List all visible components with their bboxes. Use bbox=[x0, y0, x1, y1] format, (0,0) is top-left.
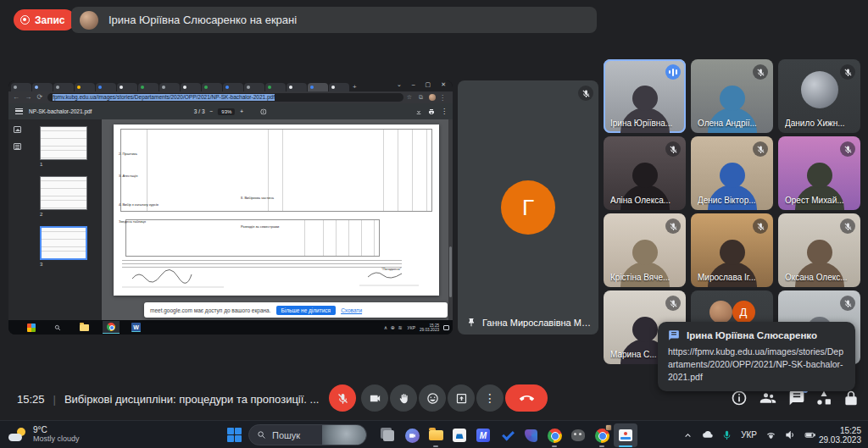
participant-name: Марина С... bbox=[610, 350, 657, 359]
gimp-icon bbox=[571, 429, 585, 441]
taskbar-office-button[interactable] bbox=[519, 423, 542, 447]
url-text: fpmv.kubg.edu.ua/images/stories/Departam… bbox=[53, 94, 275, 101]
pdf-document-area: 2. Практика3. АтестаціяII. Вибіркова час… bbox=[102, 119, 453, 320]
task-view-button[interactable] bbox=[376, 423, 400, 447]
url-field: fpmv.kubg.edu.ua/images/stories/Departam… bbox=[47, 93, 403, 102]
search-box[interactable]: Пошук bbox=[248, 424, 367, 445]
more-icon: ⋮ bbox=[484, 392, 496, 404]
nav-arrows-icon: ← → ⟳ bbox=[13, 93, 44, 102]
participant-tile[interactable]: Мирослава Іг... bbox=[691, 213, 773, 287]
pdf-menu-icon bbox=[15, 108, 23, 114]
shared-screen-tile[interactable]: +⌄ – ▢ ✕ ← → ⟳ fpmv.kubg.edu.ua/images/s… bbox=[8, 80, 453, 335]
weather-widget[interactable]: 9°C Mostly cloudy bbox=[8, 425, 80, 443]
browser-tab bbox=[117, 83, 137, 91]
participant-name: Ганна Мирославівна Ме... bbox=[482, 318, 593, 328]
clock-date: 29.03.2023 bbox=[819, 435, 861, 445]
m-app-icon: M bbox=[476, 429, 490, 442]
hide-notice-link: Сховати bbox=[341, 307, 362, 313]
participant-name: Крістіна Вяче... bbox=[610, 273, 670, 282]
pdf-content-area: 123 2. Практика3. АтестаціяII. Вибіркова… bbox=[8, 119, 453, 320]
camera-icon bbox=[369, 392, 381, 405]
participant-tile[interactable]: Ірина Юріївна... bbox=[604, 59, 686, 133]
language-indicator[interactable]: УКР bbox=[741, 430, 757, 440]
mic-off-indicator bbox=[753, 64, 768, 80]
wifi-icon[interactable] bbox=[765, 429, 776, 440]
presenter-clock-date: 29.03.2023 bbox=[420, 328, 439, 332]
participant-tile[interactable]: Крістіна Вяче... bbox=[604, 213, 686, 287]
taskbar-meet-button[interactable] bbox=[400, 423, 424, 447]
chrome-icon bbox=[548, 429, 562, 443]
presenter-language: УКР bbox=[408, 325, 415, 330]
mic-off-indicator bbox=[665, 218, 681, 234]
pin-icon bbox=[466, 318, 476, 328]
host-controls-button[interactable] bbox=[843, 390, 861, 408]
onedrive-icon[interactable] bbox=[702, 429, 713, 440]
share-notice-text: meet.google.com має доступ до вашого екр… bbox=[150, 307, 271, 313]
participant-name: Ірина Юріївна... bbox=[610, 119, 672, 128]
browser-tab bbox=[329, 83, 349, 91]
hand-icon bbox=[398, 392, 410, 405]
presenter-chrome-icon bbox=[103, 321, 120, 334]
system-clock[interactable]: 15:25 29.03.2023 bbox=[819, 426, 861, 445]
taskbar-mail-button[interactable]: M bbox=[471, 423, 495, 447]
pdf-thumbnail bbox=[40, 126, 87, 160]
taskbar-todo-button[interactable] bbox=[495, 423, 519, 447]
participant-tile[interactable]: Орест Михай... bbox=[778, 136, 860, 210]
participant-tile[interactable]: Оксана Олекс... bbox=[778, 213, 860, 287]
participants-button[interactable] bbox=[760, 390, 778, 408]
stop-sharing-button: Більше не ділитися bbox=[276, 306, 337, 315]
browser-tab bbox=[138, 83, 159, 91]
participant-tile[interactable]: Данило Хижн... bbox=[778, 59, 860, 133]
avatar bbox=[709, 301, 732, 324]
microsoft365-icon bbox=[525, 429, 537, 442]
search-highlight-image bbox=[322, 424, 366, 445]
activities-button[interactable] bbox=[815, 390, 834, 408]
volume-icon[interactable] bbox=[785, 429, 796, 440]
present-icon bbox=[455, 392, 468, 405]
taskbar-active-app-button[interactable] bbox=[614, 423, 637, 447]
mic-toggle-button[interactable] bbox=[329, 384, 356, 412]
people-icon bbox=[760, 390, 776, 407]
raise-hand-button[interactable] bbox=[390, 384, 417, 412]
participant-tile[interactable]: Аліна Олекса... bbox=[604, 136, 686, 210]
reactions-button[interactable] bbox=[419, 384, 446, 412]
mic-off-indicator bbox=[753, 141, 768, 157]
pdf-page: 2. Практика3. АтестаціяII. Вибіркова час… bbox=[114, 124, 439, 296]
pdf-section-label: "Погоджено" bbox=[381, 267, 401, 271]
more-options-button[interactable]: ⋮ bbox=[476, 384, 504, 412]
pdf-section-label: Розподіл за семестрами bbox=[241, 224, 279, 229]
pinned-participant-tile[interactable]: Г Ганна Мирославівна Ме... bbox=[458, 80, 598, 335]
presenter-avatar bbox=[80, 11, 98, 30]
meeting-details-button[interactable] bbox=[731, 390, 749, 408]
taskbar-chrome-window-button[interactable] bbox=[590, 423, 614, 447]
taskbar-explorer-button[interactable] bbox=[424, 423, 448, 447]
present-button[interactable] bbox=[448, 384, 475, 412]
browser-tab bbox=[265, 83, 286, 91]
taskbar-chrome-button[interactable] bbox=[542, 423, 566, 447]
pdf-scrollbar bbox=[448, 119, 453, 320]
taskbar-gimp-button[interactable] bbox=[566, 423, 590, 447]
presenter-search-icon bbox=[54, 324, 61, 331]
start-button[interactable] bbox=[227, 428, 242, 442]
end-call-button[interactable] bbox=[505, 384, 548, 412]
chat-notification-toast[interactable]: Ірина Юріївна Слюсаренко https://fpmv.ku… bbox=[658, 322, 855, 391]
participant-name: Денис Віктор... bbox=[698, 196, 756, 205]
tray-mic-icon[interactable] bbox=[721, 429, 732, 440]
avatar: Г bbox=[501, 180, 555, 235]
battery-icon[interactable] bbox=[804, 429, 815, 440]
tray-expand-icon[interactable] bbox=[682, 429, 693, 440]
pdf-download-icon bbox=[415, 108, 422, 115]
clock-time: 15:25 bbox=[819, 426, 861, 435]
mic-off-indicator bbox=[840, 218, 855, 234]
participant-tile[interactable]: Олена Андрії... bbox=[691, 59, 773, 133]
mic-off-indicator bbox=[665, 296, 681, 311]
window-controls-icon: ⌄ – ▢ ✕ bbox=[397, 81, 450, 88]
recording-badge: Запис bbox=[14, 9, 75, 30]
browser-tab bbox=[32, 83, 53, 91]
browser-address-bar: ← → ⟳ fpmv.kubg.edu.ua/images/stories/De… bbox=[8, 91, 453, 103]
pdf-zoom-level: 93% bbox=[218, 108, 235, 115]
pdf-more-icon: ⋮ bbox=[441, 108, 448, 115]
participant-tile[interactable]: Денис Віктор... bbox=[691, 136, 773, 210]
camera-toggle-button[interactable] bbox=[361, 384, 388, 412]
taskbar-store-button[interactable] bbox=[448, 423, 471, 447]
